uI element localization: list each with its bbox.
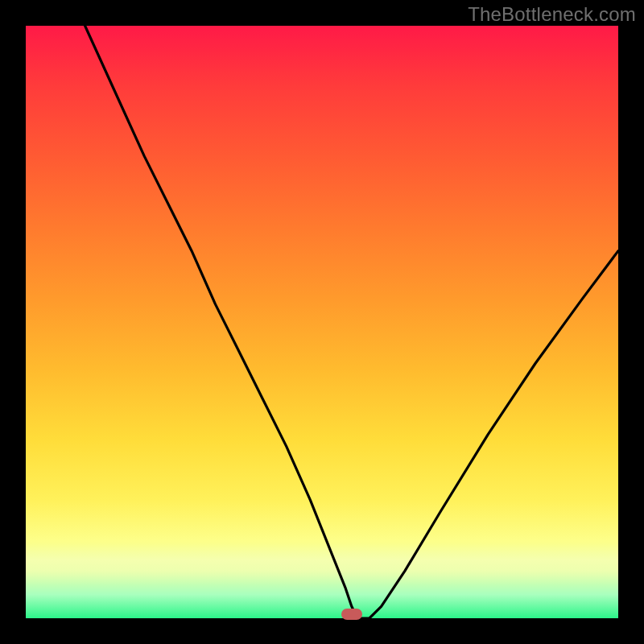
- optimal-point-marker: [341, 609, 362, 620]
- chart-frame: TheBottleneck.com: [0, 0, 644, 644]
- watermark-text: TheBottleneck.com: [468, 3, 636, 26]
- plot-gradient-background: [26, 26, 618, 618]
